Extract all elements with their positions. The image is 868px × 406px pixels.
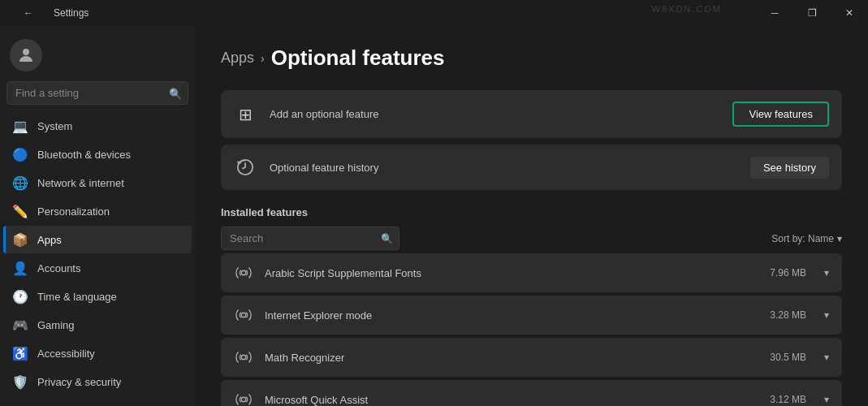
sidebar-icon-privacy: 🛡️ <box>13 374 28 389</box>
sidebar-profile <box>0 32 195 81</box>
sidebar-search-wrap: 🔍 <box>6 81 188 105</box>
feature-chevron-quick_assist: ▾ <box>824 394 829 405</box>
svg-point-3 <box>241 313 246 317</box>
sort-label: Sort by: Name <box>771 233 834 244</box>
breadcrumb-apps-link[interactable]: Apps <box>221 50 254 67</box>
sidebar-label-accounts: Accounts <box>37 262 80 274</box>
feature-name-arabic: Arabic Script Supplemental Fonts <box>265 267 758 279</box>
feature-name-ie_mode: Internet Explorer mode <box>265 309 758 322</box>
svg-point-0 <box>23 49 29 55</box>
feature-name-quick_assist: Microsoft Quick Assist <box>265 394 758 406</box>
add-feature-icon: ⊞ <box>234 103 257 126</box>
titlebar-left: ← Settings <box>10 0 89 26</box>
sort-control[interactable]: Sort by: Name ▾ <box>771 233 842 244</box>
watermark: W8XDN.COM <box>652 4 722 14</box>
sidebar-item-gaming[interactable]: 🎮 Gaming <box>3 311 192 339</box>
sidebar-search-input[interactable] <box>6 81 188 105</box>
installed-search-wrap: 🔍 <box>221 227 399 250</box>
sidebar-icon-time: 🕐 <box>13 289 28 304</box>
sidebar-label-time: Time & language <box>37 291 117 303</box>
feature-name-math: Math Recognizer <box>265 352 758 364</box>
sidebar-icon-accounts: 👤 <box>13 261 28 275</box>
installed-search-icon: 🔍 <box>381 233 393 244</box>
sidebar-nav: 💻 System 🔵 Bluetooth & devices 🌐 Network… <box>0 111 195 400</box>
sort-chevron-icon: ▾ <box>837 233 842 244</box>
feature-chevron-math: ▾ <box>824 352 829 363</box>
sidebar-icon-gaming: 🎮 <box>13 317 28 332</box>
installed-search-input[interactable] <box>221 227 399 250</box>
feature-icon-arabic <box>234 263 253 283</box>
sidebar-icon-bluetooth: 🔵 <box>13 147 28 162</box>
feature-item-math[interactable]: Math Recognizer 30.5 MB ▾ <box>221 338 842 377</box>
content: Apps › Optional features ⊞ Add an option… <box>195 26 868 406</box>
sidebar-icon-accessibility: ♿ <box>13 346 28 361</box>
sidebar-label-gaming: Gaming <box>37 319 75 331</box>
history-label: Optional feature history <box>270 162 737 174</box>
feature-item-ie_mode[interactable]: Internet Explorer mode 3.28 MB ▾ <box>221 296 842 335</box>
add-feature-card: ⊞ Add an optional feature View features <box>221 90 842 138</box>
sidebar-label-apps: Apps <box>37 234 62 246</box>
feature-icon-ie_mode <box>234 305 253 325</box>
installed-search-bar: 🔍 Sort by: Name ▾ <box>221 227 842 250</box>
svg-point-5 <box>241 397 246 402</box>
feature-item-arabic[interactable]: Arabic Script Supplemental Fonts 7.96 MB… <box>221 253 842 292</box>
sidebar-icon-apps: 📦 <box>13 232 28 247</box>
view-features-button[interactable]: View features <box>732 102 829 127</box>
minimize-button[interactable]: ─ <box>756 0 793 26</box>
avatar <box>10 39 42 71</box>
sidebar: 🔍 💻 System 🔵 Bluetooth & devices 🌐 Netwo… <box>0 26 195 406</box>
history-card: Optional feature history See history <box>221 145 842 190</box>
feature-icon-quick_assist <box>234 390 253 406</box>
sidebar-label-system: System <box>37 120 72 132</box>
history-icon <box>234 156 257 179</box>
sidebar-label-accessibility: Accessibility <box>37 348 95 360</box>
sidebar-item-apps[interactable]: 📦 Apps <box>3 226 192 253</box>
installed-section-title: Installed features <box>221 206 842 218</box>
sidebar-item-time[interactable]: 🕐 Time & language <box>3 283 192 310</box>
feature-size-ie_mode: 3.28 MB <box>770 309 806 321</box>
breadcrumb-current: Optional features <box>271 45 445 71</box>
sidebar-item-network[interactable]: 🌐 Network & internet <box>3 169 192 197</box>
restore-button[interactable]: ❐ <box>793 0 831 26</box>
sidebar-item-accounts[interactable]: 👤 Accounts <box>3 254 192 282</box>
sidebar-item-system[interactable]: 💻 System <box>3 112 192 140</box>
sidebar-icon-network: 🌐 <box>13 175 28 190</box>
titlebar: ← Settings W8XDN.COM ─ ❐ ✕ <box>0 0 868 26</box>
app-layout: 🔍 💻 System 🔵 Bluetooth & devices 🌐 Netwo… <box>0 26 868 406</box>
see-history-button[interactable]: See history <box>750 157 829 179</box>
sidebar-item-update[interactable]: 🔄 Windows Update <box>3 396 192 400</box>
sidebar-item-privacy[interactable]: 🛡️ Privacy & security <box>3 368 192 395</box>
breadcrumb: Apps › Optional features <box>221 45 842 71</box>
sidebar-icon-system: 💻 <box>13 119 28 133</box>
svg-point-2 <box>241 270 246 275</box>
breadcrumb-separator: › <box>261 52 265 65</box>
feature-item-quick_assist[interactable]: Microsoft Quick Assist 3.12 MB ▾ <box>221 380 842 406</box>
titlebar-title: Settings <box>54 7 89 19</box>
close-button[interactable]: ✕ <box>831 0 868 26</box>
feature-size-math: 30.5 MB <box>770 352 806 363</box>
sidebar-item-personalization[interactable]: ✏️ Personalization <box>3 197 192 225</box>
feature-icon-math <box>234 348 253 367</box>
sidebar-item-bluetooth[interactable]: 🔵 Bluetooth & devices <box>3 140 192 168</box>
sidebar-icon-personalization: ✏️ <box>13 204 28 218</box>
feature-list: Arabic Script Supplemental Fonts 7.96 MB… <box>221 253 842 406</box>
sidebar-label-privacy: Privacy & security <box>37 376 121 388</box>
sidebar-label-bluetooth: Bluetooth & devices <box>37 149 131 161</box>
sidebar-label-network: Network & internet <box>37 177 124 189</box>
add-feature-label: Add an optional feature <box>270 108 719 120</box>
sidebar-label-personalization: Personalization <box>37 205 110 218</box>
sidebar-search-icon: 🔍 <box>169 87 182 99</box>
feature-size-arabic: 7.96 MB <box>770 267 806 279</box>
feature-size-quick_assist: 3.12 MB <box>770 394 806 405</box>
feature-chevron-ie_mode: ▾ <box>824 309 829 321</box>
feature-chevron-arabic: ▾ <box>824 267 829 279</box>
svg-point-4 <box>241 355 246 360</box>
titlebar-controls: ─ ❐ ✕ <box>756 0 868 26</box>
sidebar-item-accessibility[interactable]: ♿ Accessibility <box>3 339 192 367</box>
back-button[interactable]: ← <box>10 0 47 26</box>
